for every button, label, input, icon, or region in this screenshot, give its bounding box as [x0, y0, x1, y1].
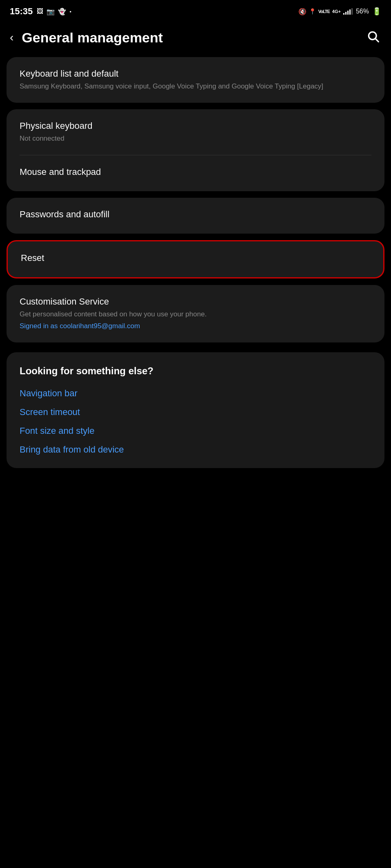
content: Keyboard list and default Samsung Keyboa… — [0, 54, 391, 471]
navigation-bar-link[interactable]: Navigation bar — [20, 388, 371, 399]
keyboard-list-item[interactable]: Keyboard list and default Samsung Keyboa… — [7, 57, 384, 103]
instagram-icon: 📷 — [47, 8, 55, 15]
page-title: General management — [22, 30, 163, 46]
mouse-trackpad-item[interactable]: Mouse and trackpad — [7, 155, 384, 191]
customisation-item[interactable]: Customisation Service Get personalised c… — [7, 285, 384, 343]
4g-icon: 4G+ — [332, 9, 341, 14]
status-icons-left: 🖼 📷 👻 ● — [37, 8, 71, 15]
back-button[interactable]: ‹ — [8, 29, 15, 46]
customisation-title: Customisation Service — [20, 296, 371, 307]
header: ‹ General management — [0, 21, 391, 54]
customisation-signed-in: Signed in as coolarihant95@gmail.com — [20, 321, 371, 331]
snapchat-icon: 👻 — [58, 8, 66, 15]
battery-icon: 🔋 — [372, 7, 381, 16]
looking-for-title: Looking for something else? — [20, 365, 371, 377]
passwords-title: Passwords and autofill — [20, 209, 371, 220]
battery-percent: 56% — [356, 8, 369, 15]
bring-data-link[interactable]: Bring data from old device — [20, 444, 371, 455]
reset-card: Reset — [7, 240, 384, 278]
keyboard-list-title: Keyboard list and default — [20, 68, 371, 79]
passwords-card: Passwords and autofill — [7, 198, 384, 234]
keyboard-card: Keyboard list and default Samsung Keyboa… — [7, 57, 384, 103]
status-bar: 15:35 🖼 📷 👻 ● 🔇 📍 VoLTE 4G+ 56% 🔋 — [0, 0, 391, 21]
photo-icon: 🖼 — [37, 8, 43, 15]
volte-icon: VoLTE — [318, 9, 330, 14]
reset-item[interactable]: Reset — [8, 241, 383, 277]
location-icon: 📍 — [309, 8, 316, 15]
dot-icon: ● — [69, 10, 71, 13]
font-size-style-link[interactable]: Font size and style — [20, 426, 371, 436]
physical-keyboard-subtitle: Not connected — [20, 134, 371, 144]
mute-icon: 🔇 — [298, 8, 307, 15]
passwords-item[interactable]: Passwords and autofill — [7, 198, 384, 234]
customisation-subtitle: Get personalised content based on how yo… — [20, 309, 371, 319]
reset-title: Reset — [21, 253, 370, 263]
physical-keyboard-title: Physical keyboard — [20, 121, 371, 131]
screen-timeout-link[interactable]: Screen timeout — [20, 407, 371, 417]
customisation-card: Customisation Service Get personalised c… — [7, 285, 384, 343]
header-left: ‹ General management — [8, 29, 163, 46]
status-time: 15:35 — [10, 6, 33, 17]
physical-keyboard-item[interactable]: Physical keyboard Not connected — [7, 109, 384, 155]
signal-icon — [343, 8, 353, 15]
status-icons-right: 🔇 📍 VoLTE 4G+ — [298, 8, 353, 15]
looking-for-card: Looking for something else? Navigation b… — [7, 352, 384, 468]
keyboard-list-subtitle: Samsung Keyboard, Samsung voice input, G… — [20, 82, 371, 91]
mouse-trackpad-title: Mouse and trackpad — [20, 167, 371, 177]
search-button[interactable] — [367, 30, 380, 46]
status-left: 15:35 🖼 📷 👻 ● — [10, 6, 71, 17]
status-right: 🔇 📍 VoLTE 4G+ 56% 🔋 — [298, 7, 381, 16]
svg-line-1 — [375, 39, 378, 42]
physical-keyboard-card: Physical keyboard Not connected Mouse an… — [7, 109, 384, 191]
